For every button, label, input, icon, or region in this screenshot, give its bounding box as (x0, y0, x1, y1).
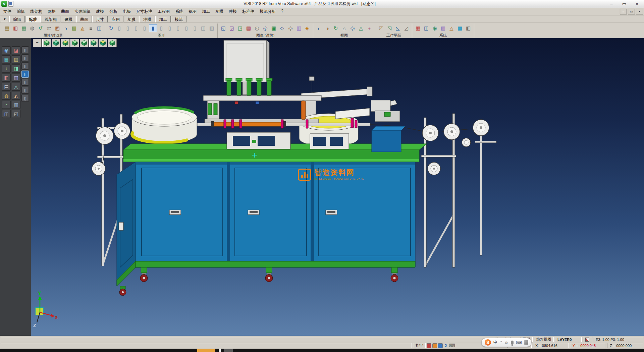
toolbar-icon[interactable]: ◧ (11, 24, 19, 32)
sidebar-tool-button[interactable]: ◨ (12, 64, 20, 73)
toolbar-icon[interactable]: ◵ (261, 24, 269, 32)
toolbar-icon[interactable]: ◍ (28, 24, 36, 32)
toolbar-icon[interactable]: ⌂ (340, 24, 348, 32)
app-logo-icon[interactable]: V (1, 1, 7, 7)
soft-keyboard-icon[interactable]: ⌨ (516, 340, 522, 345)
viewport-3d[interactable]: ≡ (31, 38, 644, 336)
toolbar-icon[interactable]: ▯ (182, 24, 191, 32)
menu-item-8[interactable]: 电极 (120, 8, 133, 15)
minimize-button[interactable]: – (606, 1, 617, 7)
toolbar-icon[interactable]: ▩ (245, 24, 253, 32)
toolbar-icon[interactable]: ◇ (278, 24, 286, 32)
menu-item-0[interactable]: 文件 (1, 8, 14, 15)
sidebar-tool-button[interactable]: ◫ (2, 110, 11, 118)
toolbar-icon[interactable]: ▥ (295, 24, 303, 32)
toolbar-icon[interactable]: ▯ (174, 24, 182, 32)
input-mode-toggle[interactable]: 中 (493, 340, 497, 345)
menu-item-2[interactable]: 线架构 (28, 8, 45, 15)
microphone-icon[interactable] (511, 341, 514, 345)
taskbar-app-segment2[interactable] (224, 349, 233, 352)
sidebar-tool-button[interactable]: ▦ (2, 55, 11, 63)
toolbar-icon[interactable]: ▩ (456, 24, 464, 32)
tab-7[interactable]: 塑膜 (124, 16, 139, 23)
sidebar-tool-button[interactable]: ◭ (12, 92, 20, 100)
toolbar-icon[interactable]: ◬ (447, 24, 455, 32)
emoji-icon[interactable]: ☺ (504, 340, 508, 345)
view-cube-icon-4[interactable] (70, 39, 79, 47)
toolbar-icon[interactable]: ◈ (303, 24, 311, 32)
toolbar-icon[interactable]: ▯ (115, 24, 123, 32)
toolbar-icon[interactable]: ◫ (95, 24, 103, 32)
toolbar-icon[interactable]: ◉ (431, 24, 439, 32)
sidebar-tool-button[interactable]: ◧ (2, 74, 11, 82)
sidebar-tool-button[interactable]: ◉ (2, 46, 11, 54)
menu-item-10[interactable]: 工程图 (155, 8, 172, 15)
toolbar-icon[interactable]: ◿ (402, 24, 410, 32)
taskbar-strip[interactable] (0, 349, 644, 352)
layer-indicator[interactable]: LAYER0 (555, 337, 582, 342)
menu-item-5[interactable]: 实体编辑 (72, 8, 93, 15)
view-cube-icon-1[interactable] (42, 39, 51, 47)
view-cube-icon-3[interactable] (61, 39, 70, 47)
tab-10[interactable]: 模流 (171, 16, 186, 23)
tab-dropdown-button[interactable]: ▼ (1, 16, 8, 22)
toolbar-icon[interactable]: ◑ (323, 24, 331, 32)
sidebar-tool-button[interactable]: ◰ (12, 110, 20, 118)
toolbar-icon[interactable]: ◧ (464, 24, 472, 32)
toolbar-icon[interactable]: ▧ (70, 24, 78, 32)
toolbar-icon[interactable]: ▯ (157, 24, 165, 32)
lock-icon[interactable] (427, 343, 431, 348)
tab-9[interactable]: 加工 (155, 16, 171, 23)
toolbar-icon[interactable]: ▣ (270, 24, 278, 32)
layer-color-cell[interactable] (583, 337, 592, 342)
toolbar-icon[interactable]: ◱ (219, 24, 227, 32)
menu-item-15[interactable]: 冲模 (226, 8, 239, 15)
keyboard-tray-icon[interactable]: ⌨ (449, 343, 455, 348)
view-cube-icon-7[interactable] (99, 39, 107, 47)
menu-item-1[interactable]: 编辑 (14, 8, 28, 15)
sidebar-tool-button[interactable]: ▤ (2, 83, 11, 91)
lock-toggle[interactable]: 拴牢 (413, 343, 426, 348)
sogou-logo-icon[interactable]: S (485, 339, 491, 346)
toolbar-icon[interactable]: ▯ (132, 24, 140, 32)
sidebar-tool-button[interactable]: ◪ (12, 46, 20, 54)
tab-6[interactable]: 应用 (108, 16, 123, 23)
toolbar-icon[interactable]: ◬ (357, 24, 365, 32)
toolbar-icon[interactable]: ◎ (348, 24, 357, 32)
menu-item-7[interactable]: 分析 (107, 8, 120, 15)
notify-icon[interactable] (438, 343, 443, 348)
close-button[interactable]: × (631, 1, 643, 7)
shield-icon[interactable] (432, 343, 437, 348)
menu-item-11[interactable]: 系统 (172, 8, 186, 15)
toolbox-icon[interactable] (524, 340, 528, 345)
toolbar-icon[interactable]: ◫ (422, 24, 430, 32)
toolbar-icon[interactable]: ◺ (394, 24, 402, 32)
toolbar-icon[interactable]: ◴ (253, 24, 261, 32)
toolbar-icon[interactable]: ◩ (53, 24, 61, 32)
sidebar-tool-button[interactable]: ▥ (12, 101, 20, 109)
toolbar-icon[interactable]: ▯ (141, 24, 149, 32)
sidebar-mini-button-3[interactable]: ▯ (21, 71, 29, 78)
view-cube-icon-6[interactable] (89, 39, 98, 47)
absolute-view-cell[interactable]: 绝对视图 (534, 337, 554, 342)
toolbar-icon[interactable]: ▯ (166, 24, 174, 32)
sidebar-mini-button-5[interactable]: ▯ (21, 87, 29, 94)
toolbar-icon[interactable]: ▦ (414, 24, 422, 32)
toolbar-icon[interactable]: ▨ (439, 24, 447, 32)
tab-5[interactable]: 尺寸 (92, 16, 108, 23)
view-cube-icon-8[interactable] (108, 39, 117, 47)
sidebar-tool-button[interactable]: ▧ (12, 74, 20, 82)
sidebar-tool-button[interactable]: ◍ (2, 92, 11, 100)
toolbar-icon[interactable]: ◹ (385, 24, 393, 32)
menu-item-13[interactable]: 加工 (199, 8, 213, 15)
menu-item-17[interactable]: 模流分析 (257, 8, 278, 15)
toolbar-icon[interactable]: ▦ (20, 24, 28, 32)
toolbar-icon[interactable]: ◑ (62, 24, 70, 32)
toolbar-icon[interactable]: ◐ (315, 24, 323, 32)
menu-item-14[interactable]: 塑模 (213, 8, 226, 15)
toolbar-icon[interactable]: ▮ (149, 24, 157, 32)
sidebar-tool-button[interactable]: ↕ (2, 64, 11, 73)
tab-0[interactable]: 编辑 (9, 16, 25, 23)
sidebar-mini-button-4[interactable]: ▯ (21, 79, 29, 86)
toolbar-icon[interactable]: ↻ (332, 24, 340, 32)
